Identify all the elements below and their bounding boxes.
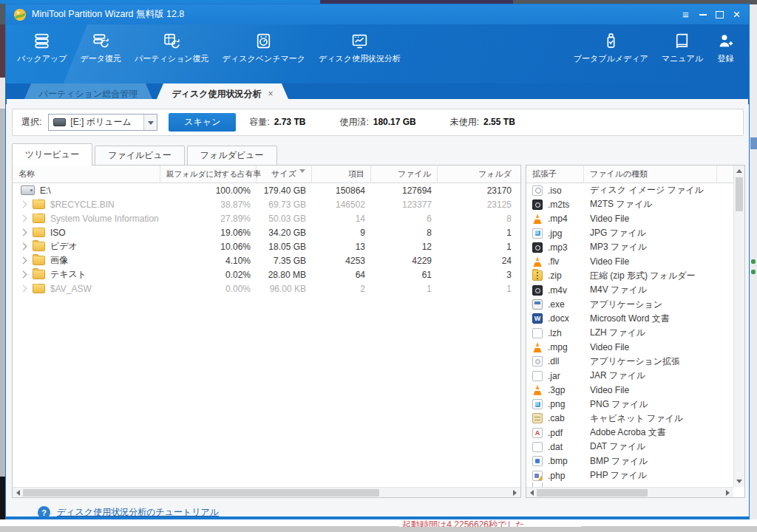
list-item[interactable]: .dllアプリケーション拡張 — [526, 355, 733, 369]
scrollbar-thumb[interactable] — [736, 177, 743, 211]
toolbar-register[interactable]: 登録 — [710, 30, 741, 66]
chevron-right-icon[interactable] — [20, 229, 27, 236]
list-item[interactable]: .m2tsM2TS ファイル — [526, 197, 733, 211]
list-item[interactable]: .mpgVideo File — [526, 340, 733, 354]
footer: ? ディスク使用状況分析のチュートリアル — [38, 506, 219, 519]
list-item[interactable]: .bmpBMP ファイル — [526, 454, 733, 468]
cell-size: 179.40 GB — [257, 185, 312, 196]
column-items[interactable]: 項目 — [312, 166, 371, 183]
maximize-icon[interactable] — [711, 7, 728, 22]
scrollbar-thumb[interactable] — [537, 489, 648, 497]
list-item[interactable]: .m4vM4V ファイル — [526, 283, 733, 297]
tutorial-link[interactable]: ディスク使用状況分析のチュートリアル — [57, 506, 219, 519]
titlebar[interactable]: MiniTool Partition Wizard 無料版 12.8 — [6, 4, 749, 24]
folder-icon — [33, 242, 45, 251]
list-item[interactable]: .cabキャビネット ファイル — [526, 412, 733, 426]
background-right-accent — [751, 270, 756, 274]
table-row[interactable]: 画像 4.10% 7.35 GB 4253 4229 24 — [13, 253, 520, 267]
chevron-right-icon[interactable] — [20, 201, 27, 208]
tab-file-view[interactable]: ファイルビュー — [95, 146, 185, 166]
horizontal-scrollbar[interactable] — [13, 487, 520, 497]
column-extension[interactable]: 拡張子 — [526, 166, 584, 183]
cell-percent: 0.00% — [160, 284, 257, 294]
toolbar-data-recovery[interactable]: データ復元 — [74, 30, 129, 66]
scroll-right-icon[interactable] — [723, 488, 733, 497]
disk-benchmark-icon — [254, 32, 273, 50]
cell-files: 61 — [371, 270, 438, 280]
scroll-right-icon[interactable] — [510, 488, 520, 497]
close-icon[interactable] — [728, 7, 745, 22]
column-file-type[interactable]: ファイルの種類 — [584, 166, 717, 183]
table-row[interactable]: System Volume Information 27.89% 50.03 G… — [13, 211, 520, 225]
cabinet-file-icon — [532, 413, 543, 423]
list-item[interactable]: .jpgJPG ファイル — [526, 226, 733, 240]
list-item[interactable]: .jarJAR ファイル — [526, 369, 733, 383]
toolbar-backup[interactable]: バックアップ — [10, 30, 74, 66]
ext-type: LZH ファイル — [590, 327, 733, 339]
list-item[interactable]: .phpPHP ファイル — [526, 468, 733, 482]
tab-close-icon[interactable]: × — [268, 89, 274, 99]
list-item[interactable]: .mp4Video File — [526, 212, 733, 226]
menu-icon[interactable] — [677, 7, 694, 22]
list-item[interactable]: .isoディスク イメージ ファイル — [526, 183, 733, 197]
tab-tree-view[interactable]: ツリービュー — [12, 143, 92, 166]
chevron-right-icon[interactable] — [20, 243, 27, 250]
horizontal-scrollbar[interactable] — [526, 487, 733, 497]
generic-file-icon — [532, 371, 543, 381]
chevron-right-icon[interactable] — [20, 271, 27, 279]
table-row[interactable]: ISO 19.06% 34.20 GB 9 8 1 — [13, 225, 520, 239]
list-item[interactable]: .zip圧縮 (zip 形式) フォルダー — [526, 269, 733, 283]
table-row[interactable]: $AV_ASW 0.00% 96.00 KB 2 1 1 — [13, 282, 520, 296]
minimize-icon[interactable] — [694, 7, 711, 22]
table-row[interactable]: E:\ 100.00% 179.40 GB 150864 127694 2317… — [13, 183, 520, 197]
toolbar-label: 登録 — [718, 53, 734, 64]
tab-folder-view[interactable]: フォルダビュー — [187, 146, 277, 166]
list-item[interactable]: .docxMicrosoft Word 文書 — [526, 312, 733, 326]
chevron-right-icon[interactable] — [20, 215, 27, 222]
column-folders[interactable]: フォルダ — [438, 166, 517, 183]
list-item[interactable]: .lzhLZH ファイル — [526, 326, 733, 340]
table-row[interactable]: ビデオ 10.06% 18.05 GB 13 12 1 — [13, 239, 520, 253]
list-item[interactable]: .pngPNG ファイル — [526, 397, 733, 411]
list-item[interactable]: .flvVideo File — [526, 254, 733, 268]
list-item[interactable]: .mp3MP3 ファイル — [526, 240, 733, 254]
scroll-up-icon[interactable] — [734, 166, 744, 176]
column-percent[interactable]: 親フォルダに対する占有率 — [160, 166, 257, 183]
list-item[interactable]: .datDAT ファイル — [526, 440, 733, 454]
volume-dropdown[interactable]: [E:] ボリューム — [48, 114, 157, 131]
scrollbar-thumb[interactable] — [23, 489, 379, 497]
list-item[interactable]: .pdfAdobe Acroba 文書 — [526, 426, 733, 440]
background-right-accent — [750, 137, 757, 149]
column-size[interactable]: サイズ — [257, 166, 312, 183]
drive-icon — [21, 185, 35, 195]
cell-items: 4253 — [312, 256, 371, 266]
scan-button[interactable]: スキャン — [169, 113, 236, 132]
cell-folders: 3 — [438, 270, 517, 280]
ext-type: キャビネット ファイル — [590, 412, 733, 425]
toolbar-bootable-media[interactable]: ブータブルメディア — [567, 30, 655, 66]
background-left-sliver — [0, 477, 5, 519]
column-name[interactable]: 名称 — [13, 166, 160, 183]
list-item[interactable]: .exeアプリケーション — [526, 297, 733, 311]
cell-files: 123377 — [371, 200, 438, 210]
folder-icon — [33, 256, 45, 265]
scroll-left-icon[interactable] — [526, 488, 537, 497]
scroll-left-icon[interactable] — [13, 488, 23, 497]
volume-stats: 容量:2.73 TB 使用済:180.17 GB 未使用:2.55 TB — [249, 116, 549, 129]
table-row[interactable]: テキスト 0.02% 28.80 MB 64 61 3 — [13, 267, 520, 282]
scroll-down-icon[interactable] — [734, 477, 744, 487]
ext-name: .jpg — [548, 228, 590, 239]
cell-folders: 1 — [438, 242, 517, 252]
table-row[interactable]: $RECYCLE.BIN 38.87% 69.73 GB 146502 1233… — [13, 197, 520, 211]
toolbar-manual[interactable]: マニュアル — [655, 30, 710, 66]
chevron-right-icon[interactable] — [20, 257, 27, 265]
list-item[interactable]: .3gpVideo File — [526, 383, 733, 397]
chevron-down-icon[interactable] — [143, 115, 157, 130]
toolbar-disk-usage-analysis[interactable]: ディスク使用状況分析 — [312, 30, 407, 66]
cell-folders: 24 — [438, 256, 517, 266]
vertical-scrollbar[interactable] — [733, 166, 744, 487]
toolbar-partition-recovery[interactable]: パーティション復元 — [128, 30, 216, 66]
column-files[interactable]: ファイル — [371, 166, 438, 183]
chevron-right-icon[interactable] — [20, 285, 27, 293]
toolbar-disk-benchmark[interactable]: ディスクベンチマーク — [216, 30, 312, 66]
